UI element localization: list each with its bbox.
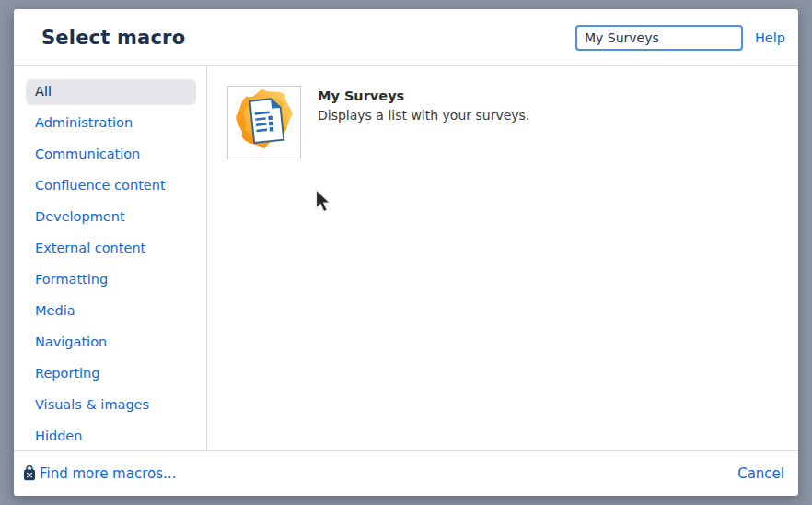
sidebar-item-external-content[interactable]: External content xyxy=(26,236,196,262)
macro-search-input[interactable] xyxy=(575,25,743,51)
marketplace-bag-icon xyxy=(23,465,36,481)
macro-results-panel: My Surveys Displays a list with your sur… xyxy=(207,66,798,450)
sidebar-item-visuals-images[interactable]: Visuals & images xyxy=(26,393,196,418)
dialog-footer: Find more macros... Cancel xyxy=(14,450,798,496)
sidebar-item-media[interactable]: Media xyxy=(26,299,196,324)
dialog-body: All Administration Communication Conflue… xyxy=(14,66,798,450)
sidebar-item-development[interactable]: Development xyxy=(26,205,196,230)
sidebar-item-all[interactable]: All xyxy=(26,79,196,105)
macro-result-description: Displays a list with your surveys. xyxy=(318,108,529,123)
help-link[interactable]: Help xyxy=(755,30,785,45)
macro-icon-frame xyxy=(227,86,301,159)
sidebar-item-communication[interactable]: Communication xyxy=(26,142,196,168)
surveys-macro-icon xyxy=(229,86,299,159)
sidebar-item-navigation[interactable]: Navigation xyxy=(26,330,196,356)
sidebar-item-reporting[interactable]: Reporting xyxy=(26,361,196,387)
find-more-macros-label: Find more macros... xyxy=(40,465,176,482)
category-sidebar: All Administration Communication Conflue… xyxy=(14,66,207,450)
cancel-link[interactable]: Cancel xyxy=(737,465,784,482)
find-more-macros-link[interactable]: Find more macros... xyxy=(23,465,176,482)
sidebar-item-formatting[interactable]: Formatting xyxy=(26,267,196,293)
sidebar-item-hidden[interactable]: Hidden xyxy=(26,424,196,450)
sidebar-item-administration[interactable]: Administration xyxy=(26,111,196,136)
macro-result-text: My Surveys Displays a list with your sur… xyxy=(318,86,529,123)
dialog-title: Select macro xyxy=(41,27,575,49)
dialog-header: Select macro Help xyxy=(14,9,798,66)
select-macro-dialog: Select macro Help All Administration Com… xyxy=(14,9,798,496)
sidebar-item-confluence-content[interactable]: Confluence content xyxy=(26,173,196,199)
macro-result-title: My Surveys xyxy=(318,88,529,103)
macro-result-my-surveys[interactable]: My Surveys Displays a list with your sur… xyxy=(227,86,780,159)
